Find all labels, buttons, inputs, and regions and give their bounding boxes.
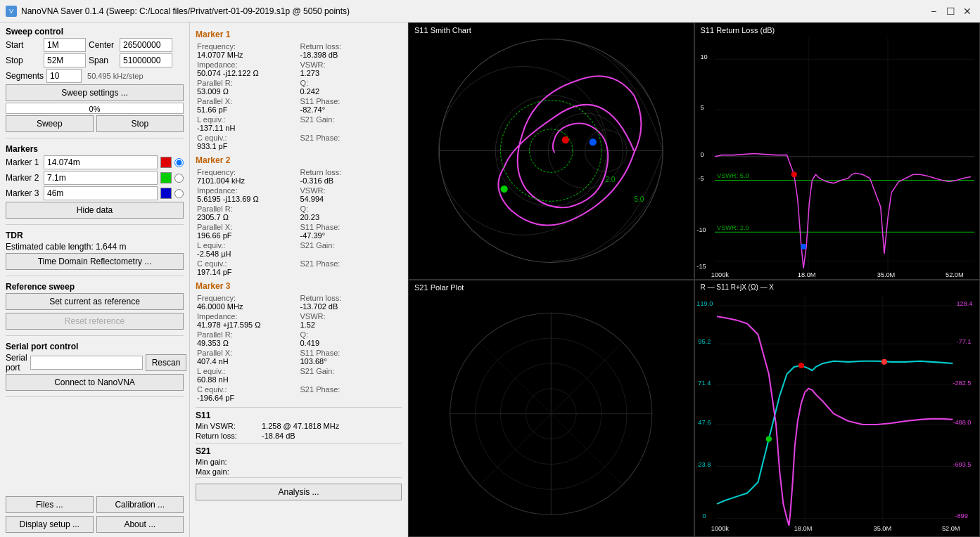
cable-length-value: 1.644 m [96, 242, 126, 252]
m3-s11p-cell: S11 Phase: 103.68° [299, 348, 402, 366]
span-input[interactable] [120, 53, 172, 67]
marker2-input[interactable] [44, 171, 158, 185]
marker1-label: Marker 1 [6, 157, 41, 167]
step-info: 50.495 kHz/step [87, 72, 144, 80]
m2-ceq-cell: C equiv.: 197.14 pF [196, 259, 299, 277]
m1-px-val: 51.66 pF [197, 105, 298, 114]
m1-vswr-key: VSWR: [300, 60, 401, 69]
s11-rl-val: -18.84 dB [262, 432, 295, 440]
tdr-button[interactable]: Time Domain Reflectometry ... [6, 253, 184, 270]
maximize-button[interactable]: ☐ [943, 4, 957, 18]
cable-length-label: Estimated cable length: [6, 242, 94, 252]
s21-min-gain-key: Min gain: [196, 458, 245, 466]
svg-text:18.0M: 18.0M [794, 525, 812, 532]
svg-text:0: 0 [702, 512, 706, 519]
hide-data-button[interactable]: Hide data [6, 202, 184, 219]
m1-rl-key: Return loss: [300, 42, 401, 51]
rl-y-5: 5 [700, 104, 704, 111]
set-reference-button[interactable]: Set current as reference [6, 293, 184, 310]
rl-x-right: 52.0M [946, 271, 964, 278]
m2-pr-cell: Parallel R: 2305.7 Ω [196, 204, 299, 222]
m1-leq-cell: L equiv.: -137.11 nH [196, 115, 299, 133]
center-label: Center [89, 40, 117, 50]
progress-text: 0% [6, 103, 183, 115]
stop-button[interactable]: Stop [96, 115, 184, 132]
sweep-settings-button[interactable]: Sweep settings ... [6, 84, 184, 101]
polar-chart[interactable]: S21 Polar Plot [408, 280, 694, 537]
svg-text:-282.5: -282.5 [953, 380, 971, 387]
rl-x-mid1: 18.0M [797, 271, 815, 278]
m1-s11p-cell: S11 Phase: -82.74° [299, 96, 402, 115]
rescan-button[interactable]: Rescan [146, 354, 187, 371]
marker2-color[interactable] [160, 172, 172, 183]
about-button[interactable]: About ... [96, 516, 184, 533]
marker1-color[interactable] [160, 157, 172, 168]
marker3-radio[interactable] [174, 189, 184, 198]
m3-pr-cell: Parallel R: 49.353 Ω [196, 330, 299, 348]
app-icon: V [6, 6, 17, 17]
close-button[interactable]: ✕ [960, 4, 974, 18]
marker3-color[interactable] [160, 188, 172, 199]
marker2-data-grid: Frequency: 7101.004 kHz Return loss: -0.… [196, 167, 402, 277]
rl-x-left: 1000k [711, 271, 729, 278]
stop-input[interactable] [44, 53, 86, 67]
return-loss-chart[interactable]: S11 Return Loss (dB) 10 5 0 -5 -10 -15 1… [694, 22, 981, 280]
m1-pr-val: 53.009 Ω [197, 87, 298, 96]
reference-sweep-section: Reference sweep Set current as reference… [6, 282, 184, 330]
analysis-button[interactable]: Analysis ... [196, 484, 402, 500]
m1-ceq-val: 933.1 pF [197, 142, 298, 150]
left-panel: Sweep control Start Center Stop Span Seg… [0, 22, 190, 537]
titlebar-controls[interactable]: − ☐ ✕ [927, 4, 974, 18]
m2-s21g-cell: S21 Gain: [299, 240, 402, 259]
s11-summary-section: S11 Min VSWR: 1.258 @ 47.1818 MHz Return… [196, 410, 402, 440]
calibration-button[interactable]: Calibration ... [96, 496, 184, 513]
m3-imp-cell: Impedance: 41.978 +j17.595 Ω [196, 311, 299, 330]
marker3-data-section: Marker 3 Frequency: 46.0000 MHz Return l… [196, 281, 402, 403]
marker2-radio[interactable] [174, 174, 184, 183]
marker3-input[interactable] [44, 186, 158, 200]
svg-point-11 [562, 136, 569, 143]
rl-y-neg10: -10 [696, 226, 706, 233]
marker2-label: Marker 2 [6, 173, 41, 183]
marker1-data-grid: Frequency: 14.0707 MHz Return loss: -18.… [196, 41, 402, 151]
segments-input[interactable] [46, 69, 82, 83]
svg-text:23.8: 23.8 [698, 461, 711, 468]
svg-point-13 [590, 138, 597, 145]
s21-heading: S21 [196, 446, 402, 456]
rx-chart[interactable]: R — S11 R+jX (Ω) — X 119.0 95.2 71.4 47.… [694, 280, 981, 537]
segments-label: Segments [6, 71, 44, 81]
minimize-button[interactable]: − [927, 4, 941, 18]
marker1-row: Marker 1 [6, 155, 184, 169]
m3-rl-cell: Return loss: -13.702 dB [299, 293, 402, 311]
m1-imp-cell: Impedance: 50.074 -j12.122 Ω [196, 60, 299, 78]
s11-heading: S11 [196, 410, 402, 420]
m1-rl-val: -18.398 dB [300, 51, 401, 59]
marker1-radio[interactable] [174, 158, 184, 167]
svg-text:-488.0: -488.0 [953, 419, 971, 426]
start-input[interactable] [44, 38, 86, 52]
svg-text:-693.5: -693.5 [953, 461, 971, 468]
sweep-button[interactable]: Sweep [6, 115, 94, 132]
svg-point-25 [800, 244, 806, 250]
smith-chart[interactable]: S11 Smith Chart [408, 22, 694, 280]
m3-ceq-cell: C equiv.: -196.64 pF [196, 384, 299, 403]
m2-q-cell: Q: 20.23 [299, 204, 402, 222]
m2-s21p-cell: S21 Phase: [299, 259, 402, 277]
m1-ceq-key: C equiv.: [197, 134, 298, 142]
svg-text:71.4: 71.4 [698, 380, 711, 387]
marker3-label: Marker 3 [6, 188, 41, 198]
serial-port-input[interactable] [30, 356, 143, 370]
center-input[interactable] [120, 38, 172, 52]
marker1-input[interactable] [44, 155, 158, 169]
connect-button[interactable]: Connect to NanoVNA [6, 374, 184, 391]
svg-point-63 [881, 359, 886, 365]
m3-s21g-cell: S21 Gain: [299, 366, 402, 384]
files-button[interactable]: Files ... [6, 496, 94, 513]
display-setup-button[interactable]: Display setup ... [6, 516, 94, 533]
marker1-data-section: Marker 1 Frequency: 14.0707 MHz Return l… [196, 30, 402, 151]
m1-imp-key: Impedance: [197, 60, 298, 69]
cable-length-row: Estimated cable length: 1.644 m [6, 242, 184, 252]
reset-reference-button[interactable]: Reset reference [6, 313, 184, 330]
titlebar-left: V NanoVNA Saver 0.1.4 (Sweep: C:/Local f… [6, 6, 350, 17]
svg-text:47.6: 47.6 [698, 419, 711, 426]
